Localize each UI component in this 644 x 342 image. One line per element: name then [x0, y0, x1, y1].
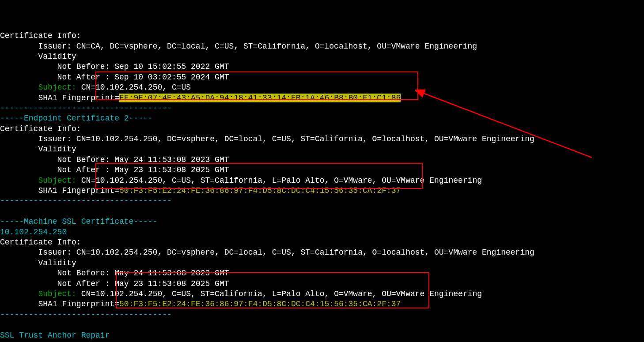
- cert2-end-dashes: ------------------------------------: [0, 196, 172, 205]
- machine-info-label: Certificate Info:: [0, 238, 81, 247]
- cert1-not-before: Not Before: Sep 10 15:02:55 2022 GMT: [0, 62, 229, 71]
- machine-validity-label: Validity: [0, 259, 76, 267]
- cert1-issuer-line: Issuer: CN=CA, DC=vsphere, DC=local, C=U…: [0, 42, 477, 51]
- cert1-info-label: Certificate Info:: [0, 31, 81, 40]
- cert2-issuer-line: Issuer: CN=10.102.254.250, DC=vsphere, D…: [0, 135, 534, 143]
- endpoint-cert-2-header: -----Endpoint Certificate 2-----: [0, 114, 153, 123]
- cert2-subject-line: Subject: CN=10.102.254.250, C=US, ST=Cal…: [0, 176, 482, 185]
- cert2-fingerprint-line: SHA1 Fingerprint=50:F3:F5:E2:24:FE:36:86…: [0, 186, 401, 195]
- machine-fingerprint-line: SHA1 Fingerprint=50:F3:F5:E2:24:FE:36:86…: [0, 300, 401, 308]
- cert2-not-after: Not After : May 23 11:53:08 2025 GMT: [0, 165, 229, 174]
- machine-not-before: Not Before: May 24 11:53:08 2023 GMT: [0, 269, 229, 278]
- cert1-fingerprint: EF:9E:07:4E:43:A5:DA:94:18:41:33:14:EB:1…: [119, 94, 401, 102]
- cert2-subject-label: Subject:: [38, 176, 76, 185]
- machine-fingerprint: 50:F3:F5:E2:24:FE:36:86:97:F4:D5:8C:DC:C…: [119, 300, 401, 308]
- blank-line-1: [0, 207, 5, 216]
- svg-line-1: [423, 93, 592, 158]
- cert1-validity-label: Validity: [0, 52, 76, 61]
- cert2-not-before: Not Before: May 24 11:53:08 2023 GMT: [0, 155, 229, 164]
- cert1-not-after: Not After : Sep 10 03:02:55 2024 GMT: [0, 73, 229, 82]
- cert1-subject-label: Subject:: [38, 83, 76, 92]
- cert1-end-dashes: ------------------------------------: [0, 104, 172, 113]
- machine-subject-line: Subject: CN=10.102.254.250, C=US, ST=Cal…: [0, 289, 482, 298]
- machine-ssl-header: -----Machine SSL Certificate-----: [0, 217, 157, 226]
- cert2-info-label: Certificate Info:: [0, 124, 81, 133]
- machine-not-after: Not After : May 23 11:53:08 2025 GMT: [0, 279, 229, 288]
- ssl-trust-header: SSL Trust Anchor Repair: [0, 331, 110, 340]
- machine-ip: 10.102.254.250: [0, 228, 67, 237]
- cert1-fingerprint-line: SHA1 Fingerprint=EF:9E:07:4E:43:A5:DA:94…: [0, 94, 401, 102]
- cert1-subject-line: Subject: CN=10.102.254.250, C=US: [0, 83, 191, 92]
- machine-end-dashes: ------------------------------------: [0, 310, 172, 319]
- blank-line-2: [0, 320, 5, 329]
- machine-issuer-line: Issuer: CN=10.102.254.250, DC=vsphere, D…: [0, 248, 534, 257]
- cert2-validity-label: Validity: [0, 145, 76, 154]
- terminal-output: Certificate Info: Issuer: CN=CA, DC=vsph…: [0, 21, 644, 342]
- machine-subject-label: Subject:: [38, 289, 76, 298]
- annotation-arrow-icon: [415, 87, 601, 162]
- cert2-fingerprint: 50:F3:F5:E2:24:FE:36:86:97:F4:D5:8C:DC:C…: [119, 186, 401, 195]
